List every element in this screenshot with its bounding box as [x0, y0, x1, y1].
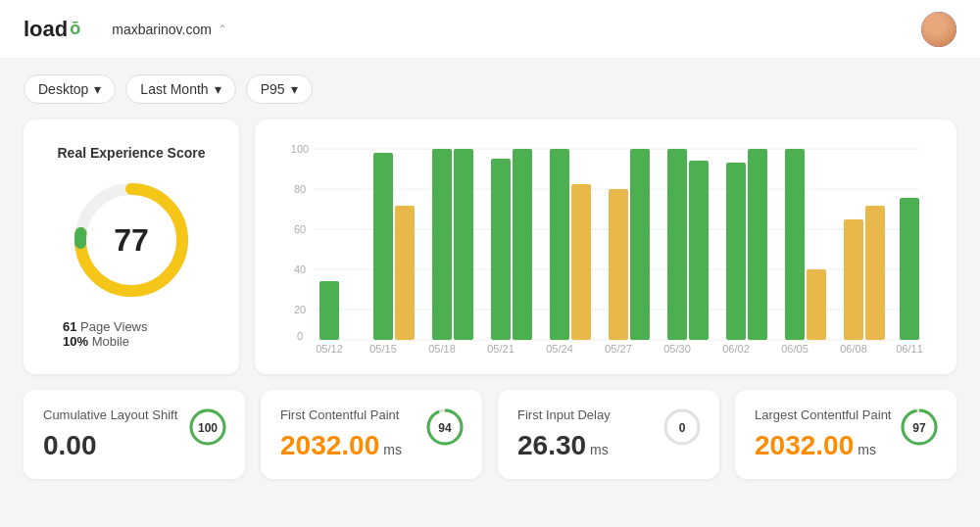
svg-text:05/24: 05/24	[546, 343, 573, 355]
metric-card-cls: Cumulative Layout Shift 0.00 100	[24, 390, 245, 479]
svg-text:05/12: 05/12	[316, 343, 343, 355]
avatar[interactable]	[921, 12, 956, 47]
fid-badge: 0	[662, 407, 702, 447]
fcp-badge: 94	[425, 407, 465, 447]
chart-card: 100 80 60 40 20 0	[255, 120, 956, 374]
lcp-number: 2032.00	[755, 430, 854, 461]
svg-rect-34	[900, 198, 919, 340]
svg-rect-18	[432, 149, 452, 340]
svg-text:20: 20	[294, 304, 306, 315]
header: loadō maxbarinov.com ⌃	[0, 0, 980, 59]
svg-text:40: 40	[294, 264, 306, 275]
svg-text:05/15: 05/15	[369, 343, 397, 355]
svg-text:60: 60	[294, 223, 306, 235]
svg-rect-15	[319, 281, 339, 340]
svg-rect-31	[807, 269, 826, 340]
period-chevron-icon: ▾	[215, 81, 221, 97]
logo-tilde: ō	[70, 19, 80, 39]
device-filter[interactable]: Desktop ▾	[24, 74, 116, 104]
res-title: Real Experience Score	[58, 145, 206, 161]
svg-rect-21	[513, 149, 532, 340]
lcp-unit: ms	[858, 442, 876, 457]
svg-text:05/18: 05/18	[428, 343, 456, 355]
cls-badge-svg: 100	[188, 407, 227, 447]
svg-rect-27	[689, 161, 709, 340]
svg-text:06/11: 06/11	[896, 343, 923, 355]
svg-rect-22	[550, 149, 569, 340]
avatar-image	[921, 12, 956, 47]
svg-rect-26	[667, 149, 687, 340]
svg-rect-29	[748, 149, 767, 340]
filters-bar: Desktop ▾ Last Month ▾ P95 ▾	[0, 59, 980, 120]
svg-rect-28	[726, 163, 746, 340]
donut-chart: 77	[68, 176, 195, 304]
bottom-row: Cumulative Layout Shift 0.00 100 First C…	[24, 390, 956, 479]
page-views-value: 61	[63, 319, 76, 334]
svg-rect-17	[395, 206, 415, 340]
svg-text:100: 100	[198, 421, 218, 435]
bar-chart-svg: 100 80 60 40 20 0	[274, 139, 937, 355]
svg-rect-19	[454, 149, 473, 340]
metric-card-fcp: First Contentful Paint 2032.00 ms 94	[261, 390, 482, 479]
percentile-chevron-icon: ▾	[291, 81, 298, 97]
fcp-unit: ms	[383, 442, 402, 457]
cls-number: 0.00	[43, 430, 97, 461]
device-filter-label: Desktop	[38, 81, 88, 97]
svg-rect-16	[373, 153, 393, 340]
svg-text:0: 0	[297, 330, 303, 342]
svg-text:06/02: 06/02	[722, 343, 750, 355]
mobile-stat: 10% Mobile	[63, 334, 220, 349]
lcp-badge: 97	[900, 407, 939, 447]
period-filter[interactable]: Last Month ▾	[125, 74, 235, 104]
svg-text:06/05: 06/05	[781, 343, 808, 355]
metric-card-lcp: Largest Contentful Paint 2032.00 ms 97	[735, 390, 956, 479]
top-row: Real Experience Score 77 61 Page Views	[24, 120, 956, 374]
res-card: Real Experience Score 77 61 Page Views	[24, 120, 239, 374]
lcp-badge-svg: 97	[900, 407, 939, 447]
device-chevron-icon: ▾	[94, 81, 101, 97]
fcp-badge-svg: 94	[425, 407, 465, 447]
percentile-filter-label: P95	[261, 81, 285, 97]
svg-rect-24	[609, 189, 628, 340]
percentile-filter[interactable]: P95 ▾	[246, 74, 313, 104]
svg-rect-33	[865, 206, 885, 340]
svg-text:97: 97	[912, 421, 926, 435]
svg-text:05/30: 05/30	[663, 343, 691, 355]
domain-label: maxbarinov.com	[112, 22, 212, 37]
svg-rect-25	[630, 149, 650, 340]
svg-rect-32	[844, 219, 863, 340]
domain-selector[interactable]: maxbarinov.com ⌃	[104, 16, 235, 43]
svg-rect-20	[491, 159, 511, 340]
fid-badge-svg: 0	[662, 407, 702, 447]
mobile-label: Mobile	[92, 334, 129, 349]
svg-text:06/08: 06/08	[840, 343, 867, 355]
logo: loadō	[24, 17, 80, 42]
res-score: 77	[114, 222, 149, 259]
svg-rect-30	[785, 149, 805, 340]
fid-unit: ms	[590, 442, 609, 457]
fid-number: 26.30	[517, 430, 586, 461]
svg-text:05/21: 05/21	[487, 343, 514, 355]
metric-card-fid: First Input Delay 26.30 ms 0	[498, 390, 719, 479]
mobile-value: 10%	[63, 334, 88, 349]
svg-text:80: 80	[294, 183, 306, 195]
chevron-down-icon: ⌃	[218, 23, 227, 36]
svg-text:94: 94	[438, 421, 452, 435]
period-filter-label: Last Month	[140, 81, 208, 97]
svg-text:100: 100	[291, 143, 309, 155]
svg-rect-23	[571, 184, 591, 340]
page-views-label: Page Views	[80, 319, 147, 334]
main-content: Real Experience Score 77 61 Page Views	[0, 120, 980, 503]
svg-text:0: 0	[679, 421, 686, 435]
page-views-stat: 61 Page Views	[63, 319, 220, 334]
res-stats: 61 Page Views 10% Mobile	[43, 319, 220, 349]
svg-text:05/27: 05/27	[605, 343, 632, 355]
fcp-number: 2032.00	[280, 430, 379, 461]
cls-badge: 100	[188, 407, 227, 447]
